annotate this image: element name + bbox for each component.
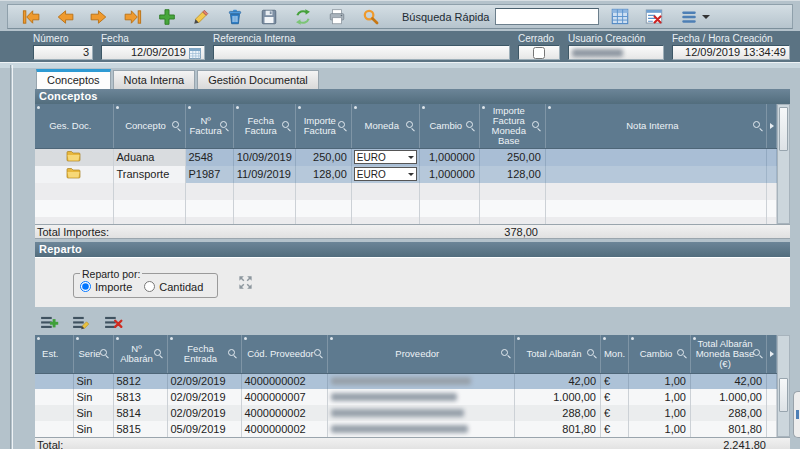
- albaranes-scrollbar[interactable]: [777, 335, 790, 437]
- column-filter-icon[interactable]: [677, 349, 687, 359]
- print-button[interactable]: [326, 7, 348, 27]
- scrollbar-thumb[interactable]: [779, 378, 788, 412]
- total-base-cell[interactable]: 801,80: [691, 421, 767, 437]
- nota-interna-cell[interactable]: [545, 166, 766, 183]
- col-header-nota-interna[interactable]: Nota Interna: [545, 104, 766, 149]
- add-record-button[interactable]: [156, 7, 178, 27]
- est-cell[interactable]: [35, 405, 73, 421]
- quick-search-input[interactable]: [495, 8, 599, 25]
- importe-base-cell[interactable]: 250,00: [479, 149, 545, 166]
- n-albaran-cell[interactable]: 5812: [113, 373, 167, 389]
- serie-cell[interactable]: Sin: [73, 389, 113, 405]
- proveedor-cell[interactable]: [327, 421, 515, 437]
- search-button[interactable]: [360, 7, 382, 27]
- column-menu-icon[interactable]: [244, 337, 247, 340]
- fecha-entrada-cell[interactable]: 02/09/2019: [167, 389, 241, 405]
- scrollbar-thumb[interactable]: [779, 107, 788, 151]
- column-menu-icon[interactable]: [298, 106, 301, 109]
- fecha-field[interactable]: 12/09/2019: [101, 45, 205, 60]
- column-filter-icon[interactable]: [100, 349, 110, 359]
- edit-record-button[interactable]: [190, 7, 212, 27]
- total-albaran-cell[interactable]: 801,80: [515, 421, 601, 437]
- column-menu-icon[interactable]: [330, 337, 333, 340]
- total-albaran-cell[interactable]: 42,00: [515, 373, 601, 389]
- column-filter-icon[interactable]: [532, 121, 542, 131]
- albaran-row[interactable]: Sin 5815 05/09/2019 4000000002 801,80 € …: [35, 421, 777, 437]
- albaran-row[interactable]: Sin 5813 02/09/2019 4000000007 1.000,00 …: [35, 389, 777, 405]
- col-header-fecha-entrada[interactable]: Fecha Entrada: [167, 335, 241, 373]
- col-header-ges-doc[interactable]: Ges. Doc.: [35, 104, 113, 149]
- mon-cell[interactable]: €: [601, 373, 629, 389]
- cambio-cell[interactable]: 1,00: [629, 389, 691, 405]
- est-cell[interactable]: [35, 373, 73, 389]
- menu-button[interactable]: [677, 7, 711, 27]
- concepto-cell[interactable]: Aduana: [113, 149, 185, 166]
- tab-nota-interna[interactable]: Nota Interna: [113, 70, 196, 89]
- moneda-select[interactable]: EURO: [354, 167, 417, 181]
- edit-row-button[interactable]: [70, 313, 92, 333]
- grid-view-button[interactable]: [609, 7, 631, 27]
- cambio-cell[interactable]: 1,000000: [419, 149, 479, 166]
- conceptos-row[interactable]: Transporte P1987 11/09/2019 128,00 EURO …: [35, 166, 777, 183]
- est-cell[interactable]: [35, 389, 73, 405]
- column-menu-icon[interactable]: [548, 106, 551, 109]
- nav-last-button[interactable]: [122, 7, 144, 27]
- n-factura-cell[interactable]: 2548: [185, 149, 233, 166]
- cod-proveedor-cell[interactable]: 4000000002: [241, 405, 327, 421]
- column-filter-icon[interactable]: [228, 349, 238, 359]
- col-header-total-albaran[interactable]: Total Albarán: [515, 335, 601, 373]
- close-search-button[interactable]: [643, 7, 665, 27]
- col-header-importe-factura[interactable]: Importe Factura: [295, 104, 351, 149]
- tab-conceptos[interactable]: Conceptos: [36, 69, 111, 89]
- radio-importe[interactable]: [80, 281, 91, 292]
- col-header-n-factura[interactable]: Nº Factura: [185, 104, 233, 149]
- n-albaran-cell[interactable]: 5814: [113, 405, 167, 421]
- expand-button[interactable]: [236, 273, 255, 292]
- col-header-proveedor[interactable]: Proveedor: [327, 335, 515, 373]
- serie-cell[interactable]: Sin: [73, 405, 113, 421]
- albaran-row[interactable]: Sin 5814 02/09/2019 4000000002 288,00 € …: [35, 405, 777, 421]
- tab-gestion-documental[interactable]: Gestión Documental: [197, 70, 319, 89]
- fecha-entrada-cell[interactable]: 02/09/2019: [167, 373, 241, 389]
- mon-cell[interactable]: €: [601, 421, 629, 437]
- proveedor-cell[interactable]: [327, 405, 515, 421]
- column-filter-icon[interactable]: [406, 121, 416, 131]
- total-base-cell[interactable]: 288,00: [691, 405, 767, 421]
- cambio-cell[interactable]: 1,00: [629, 405, 691, 421]
- conceptos-scrollbar[interactable]: [777, 104, 790, 224]
- radio-cantidad-label[interactable]: Cantidad: [159, 281, 203, 293]
- mon-cell[interactable]: €: [601, 405, 629, 421]
- fecha-factura-cell[interactable]: 10/09/2019: [233, 149, 295, 166]
- importe-factura-cell[interactable]: 128,00: [295, 166, 351, 183]
- column-filter-icon[interactable]: [753, 121, 763, 131]
- radio-cantidad[interactable]: [144, 281, 155, 292]
- column-filter-icon[interactable]: [282, 121, 292, 131]
- ges-doc-cell[interactable]: [35, 149, 113, 166]
- concepto-cell[interactable]: Transporte: [113, 166, 185, 183]
- column-menu-icon[interactable]: [116, 337, 119, 340]
- total-base-cell[interactable]: 1.000,00: [691, 389, 767, 405]
- cod-proveedor-cell[interactable]: 4000000002: [241, 373, 327, 389]
- col-header-mon[interactable]: Mon.: [601, 335, 629, 373]
- importe-factura-cell[interactable]: 250,00: [295, 149, 351, 166]
- col-header-cod-proveedor[interactable]: Cód. Proveedor: [241, 335, 327, 373]
- calendar-icon[interactable]: [189, 47, 201, 59]
- column-filter-icon[interactable]: [220, 121, 230, 131]
- column-menu-icon[interactable]: [188, 106, 191, 109]
- total-albaran-cell[interactable]: 1.000,00: [515, 389, 601, 405]
- nav-next-button[interactable]: [88, 7, 110, 27]
- col-header-cambio[interactable]: Cambio: [419, 104, 479, 149]
- proveedor-cell[interactable]: [327, 389, 515, 405]
- col-header-total-base[interactable]: Total Albarán Moneda Base (€): [691, 335, 767, 373]
- serie-cell[interactable]: Sin: [73, 421, 113, 437]
- referencia-field[interactable]: [213, 45, 510, 60]
- proveedor-cell[interactable]: [327, 373, 515, 389]
- cambio-cell[interactable]: 1,000000: [419, 166, 479, 183]
- serie-cell[interactable]: Sin: [73, 373, 113, 389]
- column-filter-icon[interactable]: [172, 121, 182, 131]
- column-menu-icon[interactable]: [116, 106, 119, 109]
- delete-record-button[interactable]: [224, 7, 246, 27]
- column-menu-icon[interactable]: [422, 106, 425, 109]
- column-filter-icon[interactable]: [753, 349, 763, 359]
- save-button[interactable]: [258, 7, 280, 27]
